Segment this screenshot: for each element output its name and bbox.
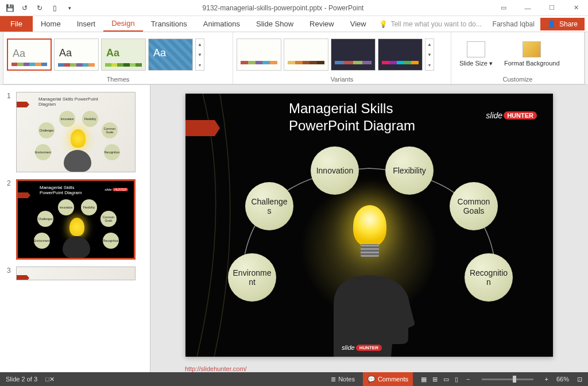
tab-review[interactable]: Review [301,16,342,32]
comments-button[interactable]: 💬Comments [363,372,413,386]
thumb-bubble: Environment [34,233,50,249]
variant-thumb-4[interactable] [378,38,423,71]
comments-icon: 💬 [368,376,376,383]
notes-icon: ≣ [331,376,336,383]
slidehunter-logo-footer: slide HUNTER [342,344,382,351]
tab-view[interactable]: View [342,16,374,32]
minimize-icon[interactable]: — [516,0,540,16]
theme-thumb-4[interactable]: Aa [148,38,193,71]
redo-icon[interactable]: ↻ [34,3,45,13]
thumb-logo: slide HUNTER [105,188,128,191]
slide-size-label: Slide Size [459,60,488,67]
slide-thumb-2[interactable]: 2 Managerial SkillsPowerPoint Diagram sl… [0,176,150,263]
reading-view-icon[interactable]: ▭ [443,376,449,383]
zoom-out-icon[interactable]: − [466,376,470,383]
tab-animations[interactable]: Animations [195,16,248,32]
slide-thumb-1[interactable]: 1 Managerial Skills PowerPointDiagram In… [0,88,150,176]
thumb-bubble: Innovation [59,111,75,127]
tab-transitions[interactable]: Transitions [143,16,195,32]
thumb-head-icon [64,150,91,172]
notes-button[interactable]: ≣Notes [331,376,355,383]
quick-access-toolbar: 💾 ↺ ↻ ▯ ▾ [0,3,75,13]
window-controls: ▭ — ☐ ✕ [492,0,588,16]
thumb-bubble: Challenges [37,211,53,227]
slide-editor-area[interactable]: Managerial Skills PowerPoint Diagram sli… [150,85,588,372]
thumb-red-marker [17,275,29,280]
tell-me-placeholder: Tell me what you want to do... [391,20,482,28]
thumb-red-marker [18,192,30,198]
theme-thumb-1[interactable]: Aa [7,38,52,71]
sorter-view-icon[interactable]: ⊞ [432,376,438,383]
spell-check-icon[interactable]: □✕ [45,376,55,383]
user-area: Farshad Iqbal 👤 Share [493,16,588,32]
title-bar: 💾 ↺ ↻ ▯ ▾ 9132-managerial-skills-powerpo… [0,0,588,16]
slide-thumb-3[interactable]: 3 [0,263,150,284]
bubble-common-goals: CommonGoals [450,182,498,230]
themes-group-label: Themes [7,75,229,83]
thumb-lightbulb-icon [71,129,86,148]
undo-icon[interactable]: ↺ [20,3,30,13]
comments-label: Comments [378,376,408,383]
thumb-bubble: Flexibility [82,111,98,127]
thumb-bubble: Flexibility [81,199,97,215]
share-icon: 👤 [547,20,556,28]
zoom-slider[interactable] [482,379,533,380]
slide-size-button[interactable]: Slide Size ▾ [455,39,497,70]
fit-to-window-icon[interactable]: ⊡ [577,376,582,383]
variant-thumb-1[interactable] [237,38,281,71]
document-title: 9132-managerial-skills-powerpoint.pptx -… [75,4,492,12]
thumb-number: 1 [7,92,11,172]
tab-slideshow[interactable]: Slide Show [248,16,301,32]
thumb-bubble: Common Goals [100,211,117,227]
bubble-challenges: Challenges [245,182,293,230]
lightbulb-icon [353,205,386,257]
thumb-bubble: Environment [35,144,51,160]
notes-label: Notes [338,376,355,383]
current-slide[interactable]: Managerial Skills PowerPoint Diagram sli… [185,94,553,357]
slide-counter[interactable]: Slide 2 of 3 [6,376,37,383]
group-variants: ▲▼▾ Variants [233,32,451,84]
logo-badge: HUNTER [504,111,537,119]
tab-design[interactable]: Design [103,16,142,32]
themes-more-button[interactable]: ▲▼▾ [195,38,204,71]
slide-thumbnails-panel[interactable]: 1 Managerial Skills PowerPointDiagram In… [0,85,150,372]
start-from-beginning-icon[interactable]: ▯ [49,3,60,13]
format-background-button[interactable]: Format Background [500,39,564,70]
close-icon[interactable]: ✕ [564,0,588,16]
thumb-title: Managerial SkillsPowerPoint Diagram [40,186,82,196]
maximize-icon[interactable]: ☐ [540,0,564,16]
ribbon-options-icon[interactable]: ▭ [492,0,516,16]
zoom-level[interactable]: 66% [556,376,569,383]
work-area: 1 Managerial Skills PowerPointDiagram In… [0,85,588,372]
slide-title-line2: PowerPoint Diagram [289,118,415,134]
user-name[interactable]: Farshad Iqbal [493,20,535,28]
tab-insert[interactable]: Insert [69,16,104,32]
bubble-recognition: Recognition [465,253,513,302]
slide-red-marker [185,120,220,136]
normal-view-icon[interactable]: ▦ [421,376,427,383]
bubble-environment: Environment [228,253,276,302]
slide-title-line1: Managerial Skills [289,101,393,117]
ribbon: Aa Aa Aa Aa ▲▼▾ Themes [0,32,588,85]
variant-thumb-3[interactable] [331,38,376,71]
save-icon[interactable]: 💾 [5,3,15,13]
thumb-number: 2 [7,179,11,260]
tell-me-search[interactable]: 💡 Tell me what you want to do... [374,16,493,32]
variants-group-label: Variants [237,75,447,83]
share-label: Share [559,20,578,28]
slideshow-view-icon[interactable]: ▯ [455,376,458,383]
tab-home[interactable]: Home [33,16,69,32]
theme-thumb-3[interactable]: Aa [101,38,146,71]
customize-group-label: Customize [455,75,581,83]
share-button[interactable]: 👤 Share [540,18,585,30]
variant-thumb-2[interactable] [284,38,328,71]
variants-more-button[interactable]: ▲▼▾ [425,38,434,71]
qat-more-icon[interactable]: ▾ [64,3,75,13]
thumb-red-marker [17,102,29,107]
thumb-number: 3 [7,267,11,280]
zoom-in-icon[interactable]: + [545,376,548,383]
theme-thumb-2[interactable]: Aa [54,38,99,71]
file-tab[interactable]: File [0,16,33,32]
thumb-bubble: Common Goals [102,122,118,138]
logo-text: slide [342,344,355,351]
